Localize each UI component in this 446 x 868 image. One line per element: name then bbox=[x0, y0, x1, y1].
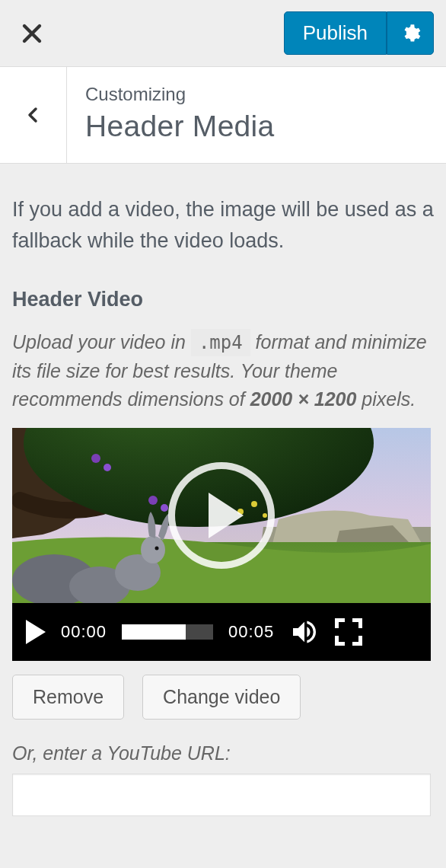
eyebrow-label: Customizing bbox=[85, 84, 428, 105]
progress-bar[interactable] bbox=[122, 624, 213, 640]
volume-button[interactable] bbox=[289, 617, 320, 647]
svg-point-13 bbox=[141, 536, 165, 563]
publish-settings-button[interactable] bbox=[387, 11, 434, 55]
hint-dimensions: 2000 × 1200 bbox=[250, 388, 357, 410]
svg-point-6 bbox=[161, 504, 168, 512]
fullscreen-icon bbox=[335, 618, 345, 628]
hint-suffix: pixels. bbox=[356, 388, 416, 410]
video-controls: 00:00 00:05 bbox=[12, 603, 431, 661]
hint-prefix: Upload your video in bbox=[12, 331, 191, 353]
video-frame[interactable] bbox=[12, 428, 431, 603]
svg-point-3 bbox=[91, 454, 100, 463]
remove-video-button[interactable]: Remove bbox=[12, 675, 124, 720]
hint-code: .mp4 bbox=[191, 329, 250, 356]
topbar-actions: Publish bbox=[284, 11, 434, 55]
svg-point-14 bbox=[155, 546, 159, 550]
play-icon bbox=[209, 493, 244, 538]
publish-button[interactable]: Publish bbox=[284, 11, 387, 55]
play-overlay-button[interactable] bbox=[168, 462, 275, 569]
svg-point-5 bbox=[148, 496, 158, 505]
panel-header: Customizing Header Media bbox=[0, 67, 446, 164]
change-video-button[interactable]: Change video bbox=[142, 675, 301, 720]
header-video-heading: Header Video bbox=[12, 288, 434, 311]
header-titles: Customizing Header Media bbox=[67, 67, 446, 163]
video-preview: 00:00 00:05 bbox=[12, 428, 431, 661]
panel-content: If you add a video, the image will be us… bbox=[0, 164, 446, 828]
close-icon bbox=[21, 22, 43, 45]
duration: 00:05 bbox=[228, 622, 274, 642]
volume-icon bbox=[289, 617, 320, 647]
back-button[interactable] bbox=[0, 67, 67, 163]
video-hint: Upload your video in .mp4 format and min… bbox=[12, 328, 434, 414]
youtube-url-input[interactable] bbox=[12, 774, 431, 816]
intro-text: If you add a video, the image will be us… bbox=[12, 194, 434, 256]
play-button[interactable] bbox=[26, 620, 46, 644]
progress-fill bbox=[122, 624, 186, 640]
current-time: 00:00 bbox=[61, 622, 107, 642]
svg-point-4 bbox=[104, 464, 111, 471]
close-button[interactable] bbox=[12, 14, 52, 53]
youtube-label: Or, enter a YouTube URL: bbox=[12, 742, 434, 764]
page-title: Header Media bbox=[85, 110, 428, 143]
top-bar: Publish bbox=[0, 0, 446, 67]
video-actions: Remove Change video bbox=[12, 675, 434, 720]
fullscreen-button[interactable] bbox=[335, 618, 362, 646]
gear-icon bbox=[400, 23, 421, 44]
chevron-left-icon bbox=[24, 106, 43, 124]
